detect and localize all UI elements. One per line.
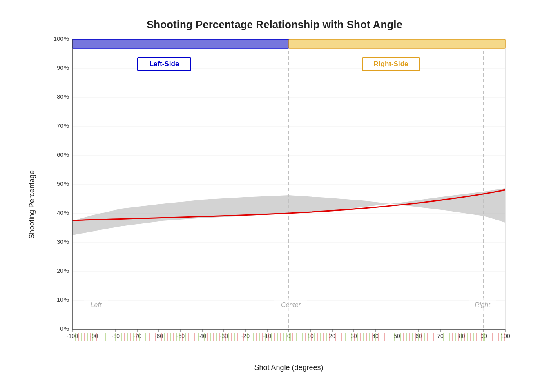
svg-text:70: 70 (437, 333, 444, 339)
x-axis-label: Shot Angle (degrees) (254, 363, 323, 372)
svg-text:-50: -50 (176, 333, 184, 339)
plot-and-x: 0% 10% 20% 30% 40% 50% 60% 70% 80% 90% 1… (40, 35, 522, 374)
left-zone-label: Left (90, 301, 101, 308)
svg-text:100: 100 (500, 333, 510, 339)
center-zone-label: Center (281, 301, 301, 308)
chart-area: Shooting Percentage (28, 35, 522, 374)
svg-text:40: 40 (372, 333, 379, 339)
svg-rect-28 (289, 39, 505, 48)
svg-text:-70: -70 (133, 333, 141, 339)
right-zone-label: Right (475, 301, 490, 308)
svg-text:-20: -20 (241, 333, 249, 339)
svg-text:-30: -30 (219, 333, 228, 339)
left-side-label: Left-Side (149, 60, 179, 68)
svg-text:80%: 80% (56, 93, 69, 100)
svg-text:0%: 0% (60, 325, 69, 332)
svg-rect-27 (72, 39, 289, 48)
svg-text:50%: 50% (56, 180, 69, 187)
y-axis-label: Shooting Percentage (28, 35, 36, 374)
svg-text:-60: -60 (154, 333, 163, 339)
svg-text:90%: 90% (56, 64, 69, 71)
svg-text:-100: -100 (66, 333, 78, 339)
svg-text:60%: 60% (56, 151, 69, 158)
main-plot: 0% 10% 20% 30% 40% 50% 60% 70% 80% 90% 1… (40, 35, 522, 374)
svg-text:-10: -10 (263, 333, 271, 339)
svg-text:10%: 10% (56, 296, 69, 303)
chart-title: Shooting Percentage Relationship with Sh… (147, 18, 402, 31)
right-side-label: Right-Side (373, 60, 408, 68)
svg-text:30%: 30% (56, 238, 69, 245)
svg-text:-80: -80 (111, 333, 119, 339)
svg-text:20%: 20% (56, 267, 69, 274)
svg-text:100%: 100% (53, 35, 69, 42)
chart-container: Shooting Percentage Relationship with Sh… (0, 0, 549, 392)
svg-text:40%: 40% (56, 209, 69, 216)
svg-text:70%: 70% (56, 122, 69, 129)
svg-text:-40: -40 (198, 333, 206, 339)
